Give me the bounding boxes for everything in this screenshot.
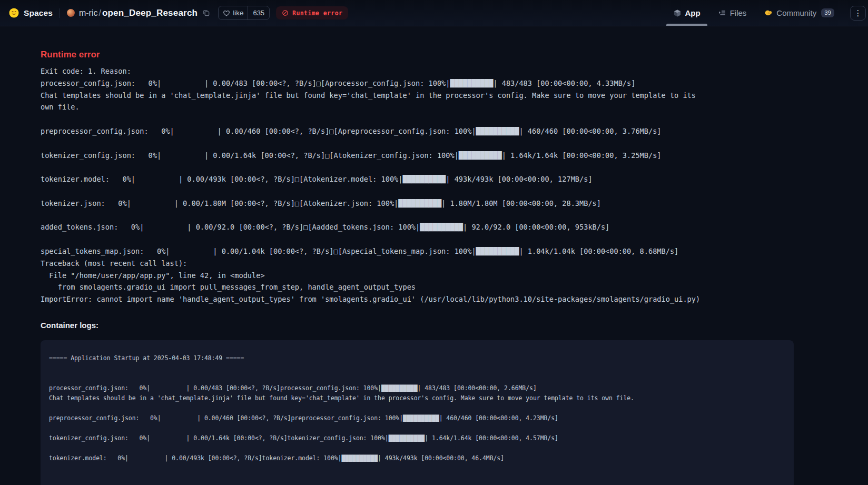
community-count-badge: 39 <box>821 8 834 18</box>
like-label-area[interactable]: like <box>219 6 248 19</box>
space-owner-link[interactable]: m-ric <box>79 8 98 18</box>
kebab-menu-button[interactable]: ⋮ <box>850 6 866 21</box>
huggingface-logo-icon[interactable] <box>8 7 19 18</box>
like-label: like <box>233 9 243 17</box>
like-button[interactable]: like 635 <box>218 6 270 20</box>
spaces-brand-link[interactable]: Spaces <box>24 8 53 18</box>
container-log-text: ===== Application Startup at 2025-04-03 … <box>49 353 785 463</box>
error-log-text: Exit code: 1. Reason: processor_config.j… <box>41 65 827 305</box>
header: Spaces m-ric / open_Deep_Research like <box>0 0 868 26</box>
header-divider <box>60 8 60 18</box>
tab-community[interactable]: Community 39 <box>762 0 836 26</box>
tab-files[interactable]: Files <box>716 0 748 26</box>
active-tab-underline <box>666 24 707 26</box>
copy-icon[interactable] <box>202 9 210 17</box>
space-name-link[interactable]: open_Deep_Research <box>102 8 198 18</box>
ban-icon <box>282 9 289 16</box>
tab-community-label: Community <box>776 8 816 17</box>
community-icon <box>764 8 773 17</box>
header-left: Spaces m-ric / open_Deep_Research like <box>8 6 348 20</box>
cube-icon <box>673 9 682 17</box>
container-logs-panel[interactable]: ===== Application Startup at 2025-04-03 … <box>41 340 794 485</box>
runtime-error-heading: Runtime error <box>41 48 827 61</box>
page: Spaces m-ric / open_Deep_Research like <box>0 0 868 485</box>
path-separator: / <box>98 8 101 18</box>
tab-files-label: Files <box>730 8 747 17</box>
tab-app[interactable]: App <box>672 0 702 26</box>
owner-avatar[interactable] <box>67 9 75 17</box>
header-tabs: App Files Community 39 ⋮ <box>672 0 866 26</box>
like-count[interactable]: 635 <box>248 9 269 17</box>
tab-app-label: App <box>685 8 701 17</box>
container-logs-heading: Container logs: <box>41 320 827 331</box>
runtime-error-badge[interactable]: Runtime error <box>276 6 348 19</box>
heart-icon <box>223 9 230 17</box>
runtime-error-badge-label: Runtime error <box>292 9 342 17</box>
main-content: Runtime error Exit code: 1. Reason: proc… <box>0 26 868 485</box>
files-tree-icon <box>718 9 726 17</box>
